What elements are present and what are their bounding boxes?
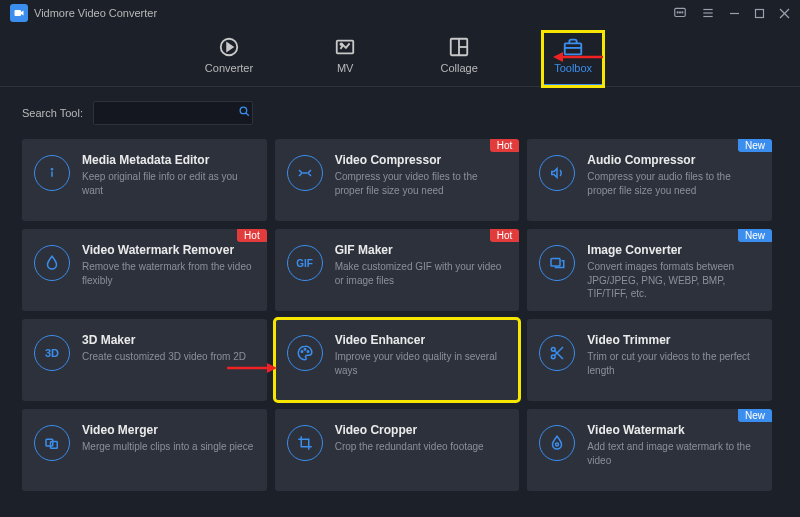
tool-title: Media Metadata Editor — [82, 153, 255, 167]
tool-desc: Create customized 3D video from 2D — [82, 350, 255, 364]
svg-rect-27 — [551, 259, 560, 267]
tool-title: Video Trimmer — [587, 333, 760, 347]
nav-toolbox[interactable]: Toolbox — [543, 32, 603, 86]
tool-audio-compressor[interactable]: New Audio CompressorCompress your audio … — [527, 139, 772, 221]
tool-video-merger[interactable]: Video MergerMerge multiple clips into a … — [22, 409, 267, 491]
audio-compress-icon — [539, 155, 575, 191]
search-input[interactable] — [100, 107, 238, 119]
tool-title: Video Compressor — [335, 153, 508, 167]
svg-rect-0 — [15, 10, 22, 16]
new-badge: New — [738, 139, 772, 152]
svg-point-30 — [307, 351, 309, 353]
tool-desc: Keep original file info or edit as you w… — [82, 170, 255, 197]
svg-point-37 — [556, 443, 559, 446]
tool-gif-maker[interactable]: Hot GIF GIF MakerMake customized GIF wit… — [275, 229, 520, 311]
nav-label: Toolbox — [554, 62, 592, 74]
svg-point-29 — [304, 349, 306, 351]
tool-title: GIF Maker — [335, 243, 508, 257]
titlebar: Vidmore Video Converter — [0, 0, 800, 26]
drop-icon — [34, 245, 70, 281]
close-button[interactable] — [779, 8, 790, 19]
mv-icon — [334, 36, 356, 58]
crop-icon — [287, 425, 323, 461]
search-label: Search Tool: — [22, 107, 83, 119]
svg-point-24 — [51, 169, 52, 170]
hot-badge: Hot — [490, 229, 520, 242]
main-nav: Converter MV Collage Toolbox — [0, 26, 800, 87]
nav-label: MV — [337, 62, 354, 74]
svg-rect-36 — [51, 442, 58, 449]
tool-video-enhancer[interactable]: Video EnhancerImprove your video quality… — [275, 319, 520, 401]
nav-label: Collage — [440, 62, 477, 74]
svg-point-4 — [682, 12, 683, 13]
svg-point-3 — [680, 12, 681, 13]
nav-label: Converter — [205, 62, 253, 74]
info-icon — [34, 155, 70, 191]
tool-desc: Compress your audio files to the proper … — [587, 170, 760, 197]
svg-point-32 — [552, 355, 556, 359]
new-badge: New — [738, 229, 772, 242]
search-box[interactable] — [93, 101, 253, 125]
tools-grid: Media Metadata EditorKeep original file … — [22, 139, 778, 491]
hot-badge: Hot — [237, 229, 267, 242]
tool-title: Video Watermark Remover — [82, 243, 255, 257]
menu-icon[interactable] — [701, 6, 715, 20]
converter-icon — [218, 36, 240, 58]
compress-icon — [287, 155, 323, 191]
svg-point-2 — [677, 12, 678, 13]
collage-icon — [448, 36, 470, 58]
titlebar-right — [673, 6, 790, 20]
palette-icon — [287, 335, 323, 371]
search-icon[interactable] — [238, 104, 251, 122]
tool-video-trimmer[interactable]: Video TrimmerTrim or cut your videos to … — [527, 319, 772, 401]
svg-rect-9 — [756, 9, 764, 17]
watermark-icon — [539, 425, 575, 461]
merge-icon — [34, 425, 70, 461]
nav-converter[interactable]: Converter — [197, 32, 261, 86]
image-convert-icon — [539, 245, 575, 281]
titlebar-left: Vidmore Video Converter — [10, 4, 157, 22]
tool-desc: Convert images formats between JPG/JPEG,… — [587, 260, 760, 301]
3d-icon: 3D — [34, 335, 70, 371]
gif-icon: GIF — [287, 245, 323, 281]
tool-video-watermark[interactable]: New Video WatermarkAdd text and image wa… — [527, 409, 772, 491]
tool-3d-maker[interactable]: 3D 3D MakerCreate customized 3D video fr… — [22, 319, 267, 401]
svg-point-14 — [341, 43, 343, 45]
tool-title: Video Watermark — [587, 423, 760, 437]
new-badge: New — [738, 409, 772, 422]
svg-line-23 — [246, 113, 249, 116]
svg-point-28 — [301, 351, 303, 353]
tool-media-metadata-editor[interactable]: Media Metadata EditorKeep original file … — [22, 139, 267, 221]
tool-title: Audio Compressor — [587, 153, 760, 167]
tool-desc: Trim or cut your videos to the perfect l… — [587, 350, 760, 377]
tool-desc: Merge multiple clips into a single piece — [82, 440, 255, 454]
content-area: Search Tool: Media Metadata EditorKeep o… — [0, 87, 800, 501]
toolbox-icon — [562, 36, 584, 58]
svg-point-22 — [240, 107, 247, 114]
tool-desc: Crop the redundant video footage — [335, 440, 508, 454]
tool-desc: Compress your video files to the proper … — [335, 170, 508, 197]
tool-desc: Add text and image watermark to the vide… — [587, 440, 760, 467]
nav-collage[interactable]: Collage — [429, 32, 489, 86]
tool-title: Video Cropper — [335, 423, 508, 437]
tool-video-cropper[interactable]: Video CropperCrop the redundant video fo… — [275, 409, 520, 491]
tool-desc: Improve your video quality in several wa… — [335, 350, 508, 377]
scissors-icon — [539, 335, 575, 371]
feedback-icon[interactable] — [673, 6, 687, 20]
tool-video-watermark-remover[interactable]: Hot Video Watermark RemoverRemove the wa… — [22, 229, 267, 311]
minimize-button[interactable] — [729, 8, 740, 19]
nav-mv[interactable]: MV — [315, 32, 375, 86]
app-title: Vidmore Video Converter — [34, 7, 157, 19]
tool-video-compressor[interactable]: Hot Video CompressorCompress your video … — [275, 139, 520, 221]
svg-rect-18 — [565, 43, 582, 54]
tool-image-converter[interactable]: New Image ConverterConvert images format… — [527, 229, 772, 311]
svg-point-31 — [552, 347, 556, 351]
tool-desc: Make customized GIF with your video or i… — [335, 260, 508, 287]
tool-title: 3D Maker — [82, 333, 255, 347]
search-row: Search Tool: — [22, 101, 778, 125]
tool-title: Video Merger — [82, 423, 255, 437]
svg-rect-35 — [46, 439, 53, 446]
maximize-button[interactable] — [754, 8, 765, 19]
tool-desc: Remove the watermark from the video flex… — [82, 260, 255, 287]
hot-badge: Hot — [490, 139, 520, 152]
